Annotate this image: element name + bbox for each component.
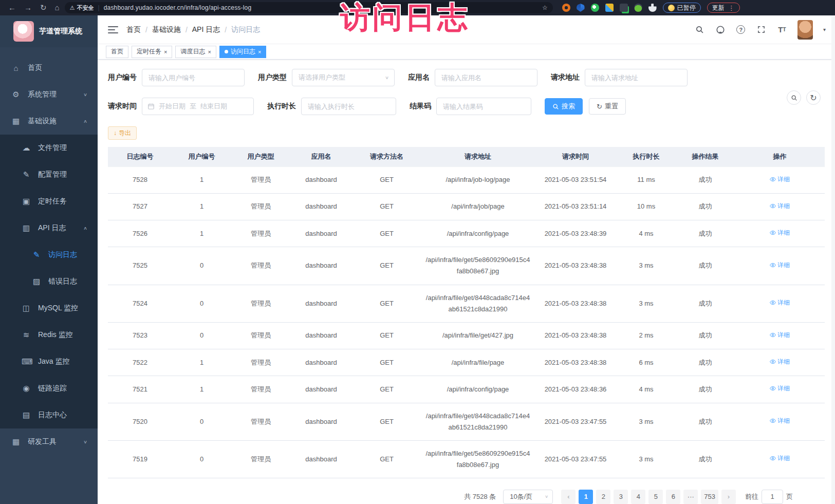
result-code-input[interactable]: [436, 98, 531, 115]
java-icon: ⌨: [22, 357, 31, 366]
extensions-puzzle-icon[interactable]: [648, 4, 657, 12]
search-button[interactable]: 搜索: [545, 98, 583, 115]
detail-link[interactable]: 详细: [770, 416, 790, 426]
page-button-1[interactable]: 1: [579, 490, 593, 504]
breadcrumb-item[interactable]: 首页: [126, 25, 141, 34]
sidebar-item[interactable]: ☁文件管理: [0, 135, 98, 161]
sidebar-item[interactable]: ▥API 日志∧: [0, 215, 98, 241]
sidebar-item[interactable]: ✎访问日志: [0, 241, 98, 268]
breadcrumb-item[interactable]: 基础设施: [152, 25, 181, 34]
page-button-6[interactable]: 6: [666, 490, 680, 504]
url-text[interactable]: dashboard.yudao.iocoder.cn/infra/log/api…: [104, 4, 538, 11]
tab-定时任务[interactable]: 定时任务×: [132, 46, 172, 58]
sidebar-item[interactable]: ◉链路追踪: [0, 375, 98, 402]
browser-back-icon[interactable]: ←: [8, 3, 16, 12]
page-button-3[interactable]: 3: [614, 490, 628, 504]
prev-page-button[interactable]: ‹: [561, 490, 576, 504]
sidebar-item[interactable]: ▦研发工具∨: [0, 428, 98, 455]
user-id-input[interactable]: [142, 69, 245, 86]
browser-menu-icon[interactable]: ⋮: [728, 4, 735, 12]
sidebar-item[interactable]: ▦基础设施∧: [0, 108, 98, 135]
cell-result: 成功: [676, 403, 735, 440]
detail-link[interactable]: 详细: [770, 174, 790, 184]
fullscreen-icon[interactable]: [756, 25, 767, 35]
security-warning-icon[interactable]: ⚠ 不安全: [70, 4, 94, 12]
toggle-search-button[interactable]: [787, 90, 801, 105]
font-size-icon[interactable]: TT: [777, 25, 787, 35]
update-button[interactable]: 更新⋮: [707, 3, 740, 13]
help-icon[interactable]: ?: [736, 25, 746, 35]
duration-input[interactable]: [301, 98, 396, 115]
scrollbar[interactable]: [831, 15, 835, 504]
user-type-select[interactable]: 请选择用户类型 ∨: [292, 69, 395, 86]
detail-link[interactable]: 详细: [770, 297, 790, 308]
refresh-table-button[interactable]: ↻: [806, 90, 821, 105]
next-page-button[interactable]: ›: [721, 490, 736, 504]
sidebar-item-label: Java 监控: [38, 357, 98, 366]
detail-link[interactable]: 详细: [770, 201, 790, 211]
detail-link[interactable]: 详细: [770, 357, 790, 367]
cell-duration: 10 ms: [617, 193, 676, 220]
breadcrumb: 首页/基础设施/API 日志/访问日志: [126, 25, 260, 34]
more-pages-button[interactable]: ···: [683, 490, 698, 504]
extension-icon[interactable]: [591, 4, 599, 12]
avatar-caret-icon[interactable]: ▾: [823, 27, 826, 32]
extension-icon[interactable]: [577, 4, 585, 12]
page-size-value: 10条/页: [510, 492, 532, 501]
logo-row[interactable]: 芋道管理系统: [0, 15, 98, 47]
sidebar-item[interactable]: ⌨Java 监控: [0, 348, 98, 375]
detail-link[interactable]: 详细: [770, 260, 790, 270]
browser-reload-icon[interactable]: ↻: [40, 3, 47, 12]
page-button-2[interactable]: 2: [596, 490, 610, 504]
close-icon[interactable]: ×: [164, 49, 167, 55]
detail-link[interactable]: 详细: [770, 453, 790, 463]
browser-home-icon[interactable]: ⌂: [55, 3, 60, 12]
page-button-5[interactable]: 5: [648, 490, 663, 504]
app-name-input[interactable]: [435, 69, 537, 86]
sidebar-item[interactable]: ✎配置管理: [0, 161, 98, 188]
extension-icon[interactable]: [620, 4, 628, 12]
cell-action: 详细: [735, 193, 825, 220]
sidebar-item[interactable]: ▤日志中心: [0, 402, 98, 428]
page-button-4[interactable]: 4: [631, 490, 645, 504]
sidebar-item[interactable]: ⚙系统管理∨: [0, 81, 98, 108]
hamburger-icon[interactable]: [108, 26, 118, 33]
date-range-picker[interactable]: 开始日期 至 结束日期: [142, 98, 254, 115]
sidebar-item[interactable]: ⌂首页: [0, 54, 98, 81]
user-avatar[interactable]: [797, 20, 813, 40]
extension-icon[interactable]: [562, 4, 570, 12]
tab-调度日志[interactable]: 调度日志×: [175, 46, 216, 58]
bookmark-star-icon[interactable]: ☆: [542, 4, 548, 11]
sidebar-item-label: 基础设施: [28, 117, 76, 126]
header-search-icon[interactable]: [695, 25, 705, 35]
tab-访问日志[interactable]: 访问日志×: [219, 46, 266, 58]
request-url-input[interactable]: [585, 69, 688, 86]
detail-link[interactable]: 详细: [770, 383, 790, 394]
cell-url: /api/infra/file/get/5e8609290e915c4fa8b0…: [421, 440, 534, 478]
address-bar[interactable]: ⚠ 不安全 | dashboard.yudao.iocoder.cn/infra…: [65, 2, 553, 13]
sidebar-item-label: 配置管理: [38, 170, 98, 179]
extension-icon[interactable]: [634, 4, 642, 12]
sidebar-item[interactable]: ◫MySQL 监控: [0, 295, 98, 322]
breadcrumb-item[interactable]: API 日志: [192, 25, 220, 34]
cell-method: GET: [352, 403, 421, 440]
github-icon[interactable]: [715, 25, 726, 35]
export-button[interactable]: ↓ 导出: [108, 126, 137, 140]
close-icon[interactable]: ×: [258, 49, 261, 55]
tab-首页[interactable]: 首页: [106, 46, 128, 58]
close-icon[interactable]: ×: [208, 49, 211, 55]
cell-id: 7521: [108, 376, 172, 403]
profile-paused-badge[interactable]: 已暂停: [663, 3, 701, 13]
reset-button[interactable]: ↻ 重置: [589, 98, 626, 115]
sidebar-item[interactable]: ≋Redis 监控: [0, 322, 98, 348]
page-button-753[interactable]: 753: [701, 490, 718, 504]
detail-link[interactable]: 详细: [770, 330, 790, 340]
user-id-label: 用户编号: [108, 73, 137, 82]
sidebar-item[interactable]: ▣定时任务: [0, 188, 98, 215]
extension-icon[interactable]: [605, 4, 614, 12]
detail-link[interactable]: 详细: [770, 228, 790, 238]
page-size-select[interactable]: 10条/页 ∨: [503, 490, 553, 504]
goto-page-input[interactable]: [762, 490, 783, 504]
browser-forward-icon[interactable]: →: [24, 3, 32, 12]
sidebar-item[interactable]: ▨错误日志: [0, 268, 98, 295]
